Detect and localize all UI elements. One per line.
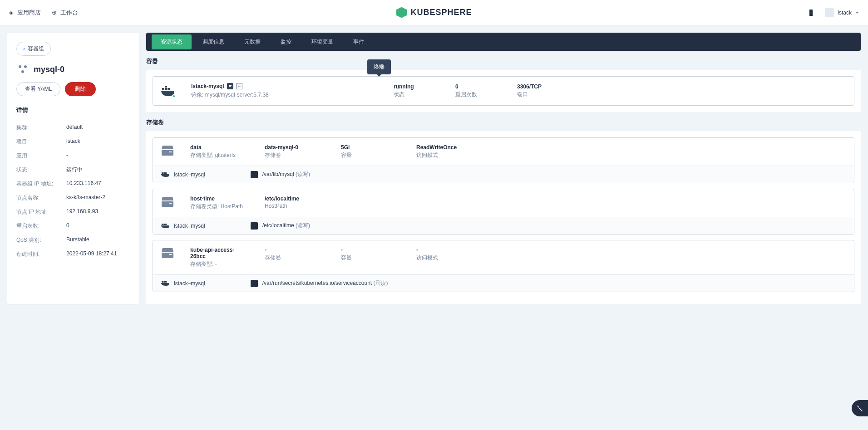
volume-name: kube-api-access-26bcc [190, 247, 248, 259]
tooltip: 终端 [367, 59, 391, 74]
docker-icon [161, 85, 175, 97]
detail-row: 创建时间:2022-05-09 18:27:41 [16, 247, 130, 261]
mode-label: 访问模式 [416, 151, 484, 159]
mount-path-row: /var/run/secrets/kubernetes.io/serviceac… [251, 279, 388, 287]
vol-size: 5Gi容量 [341, 144, 400, 159]
volume-card[interactable]: kube-api-access-26bcc 存储类型: - - 存储卷 -容量 … [153, 240, 854, 292]
detail-list: 集群:default项目:lstack应用:-状态:运行中容器组 IP 地址:1… [16, 121, 130, 261]
detail-label: 节点名称: [16, 194, 66, 202]
volume-name: data [190, 144, 248, 151]
tab-3[interactable]: 监控 [271, 34, 301, 49]
tab-2[interactable]: 元数据 [235, 34, 270, 49]
workspace-link[interactable]: ⊕ 工作台 [52, 9, 78, 17]
svg-rect-6 [165, 86, 167, 88]
mount-mode: (读写) [296, 171, 310, 177]
mount-mode: (读写) [296, 222, 310, 229]
back-button[interactable]: ‹ 容器组 [16, 42, 51, 56]
svg-point-1 [24, 65, 27, 68]
detail-label: 重启次数: [16, 222, 66, 230]
volumes-section: 存储卷 data 存储类型: glusterfs data-mysql-0 存储… [146, 118, 861, 304]
sidebar-panel: ‹ 容器组 mysql-0 查看 YAML 删除 详情 集群:default项目… [7, 33, 139, 304]
action-buttons: 查看 YAML 删除 [16, 82, 130, 96]
detail-row: 节点 IP 地址:192.168.9.93 [16, 205, 130, 219]
appstore-link[interactable]: ◈ 应用商店 [9, 9, 41, 17]
mount-path: /var/run/secrets/kubernetes.io/serviceac… [262, 279, 388, 287]
tab-5[interactable]: 事件 [344, 34, 373, 49]
pvc-value: - [265, 247, 325, 253]
workspace-icon: ⊕ [52, 9, 57, 16]
details-title: 详情 [16, 106, 130, 114]
detail-row: 节点名称:ks-k8s-master-2 [16, 191, 130, 205]
user-menu[interactable]: lstack [825, 8, 859, 17]
volume-card[interactable]: host-time 存储卷类型: HostPath /etc/localtime… [153, 189, 854, 235]
pvc-value: data-mysql-0 [265, 144, 325, 151]
detail-value: 0 [66, 222, 69, 230]
volume-type: 存储类型: - [190, 260, 248, 268]
svg-point-0 [19, 65, 21, 68]
delete-button[interactable]: 删除 [65, 82, 96, 96]
container-card[interactable]: 终端 lstack-mysql 镜像: mysql/mysq [153, 76, 854, 106]
whale-icon [161, 223, 169, 229]
pod-title: mysql-0 [16, 63, 130, 76]
volume-icon [161, 144, 174, 157]
back-label: 容器组 [28, 45, 44, 53]
ports-label: 端口 [517, 91, 562, 98]
pvc-label: HostPath [265, 203, 325, 209]
svg-rect-15 [162, 224, 163, 225]
ports-value: 3306/TCP [517, 83, 562, 90]
size-value: 5Gi [341, 144, 400, 151]
mount-container-name: lstack–mysql [174, 280, 205, 287]
detail-label: 状态: [16, 166, 66, 174]
tabs: 资源状态调度信息元数据监控环境变量事件 [146, 33, 861, 51]
volume-header: host-time 存储卷类型: HostPath /etc/localtime… [153, 189, 854, 217]
username: lstack [838, 10, 852, 16]
mount-mode: (只读) [373, 280, 388, 286]
detail-label: 节点 IP 地址: [16, 208, 66, 216]
tab-4[interactable]: 环境变量 [302, 34, 342, 49]
detail-value: - [66, 152, 68, 160]
status-value: running [394, 83, 439, 90]
logo[interactable]: KUBESPHERE [396, 7, 472, 18]
volumes-section-title: 存储卷 [146, 118, 861, 127]
vol-mode: -访问模式 [416, 247, 484, 262]
volume-type: 存储卷类型: HostPath [190, 203, 248, 210]
view-yaml-button[interactable]: 查看 YAML [16, 82, 60, 96]
terminal-icon[interactable] [236, 83, 242, 89]
detail-value: ks-k8s-master-2 [66, 194, 105, 202]
svg-rect-7 [229, 85, 232, 86]
detail-row: 重启次数:0 [16, 219, 130, 233]
svg-point-2 [21, 70, 24, 73]
volume-card[interactable]: data 存储类型: glusterfs data-mysql-0 存储卷 5G… [153, 137, 854, 183]
mount-icon [251, 171, 258, 178]
mount-path: /etc/localtime (读写) [262, 222, 310, 230]
tab-0[interactable]: 资源状态 [152, 34, 192, 49]
detail-row: QoS 类别:Burstable [16, 233, 130, 247]
pvc-label: 存储卷 [265, 254, 325, 262]
appstore-icon: ◈ [9, 9, 14, 16]
pvc-label: 存储卷 [265, 151, 325, 159]
image-info: 镜像: mysql/mysql-server:5.7.38 [191, 91, 377, 99]
svg-rect-4 [165, 88, 167, 90]
image-value: mysql/mysql-server:5.7.38 [205, 92, 269, 98]
svg-rect-17 [165, 224, 167, 225]
global-header: ◈ 应用商店 ⊕ 工作台 KUBESPHERE lstack [0, 0, 868, 25]
vol-pvc: data-mysql-0 存储卷 [265, 144, 325, 159]
mode-value: - [416, 247, 484, 253]
detail-value: default [66, 124, 83, 132]
svg-rect-13 [165, 172, 167, 174]
detail-value: 192.168.9.93 [66, 208, 98, 216]
vol-mode: ReadWriteOnce访问模式 [416, 144, 484, 159]
svg-rect-9 [239, 87, 241, 87]
detail-value: 运行中 [66, 166, 83, 174]
volume-header: data 存储类型: glusterfs data-mysql-0 存储卷 5G… [153, 138, 854, 166]
mount-path-row: /var/lib/mysql (读写) [251, 171, 310, 178]
size-value: - [341, 247, 400, 253]
mode-value: ReadWriteOnce [416, 144, 484, 151]
tab-1[interactable]: 调度信息 [193, 34, 233, 49]
notification-icon[interactable] [809, 10, 816, 16]
status-dot-icon [172, 94, 176, 98]
volume-name: host-time [190, 195, 248, 202]
volume-icon [161, 195, 174, 208]
log-icon[interactable] [227, 83, 233, 89]
pvc-value: /etc/localtime [265, 195, 325, 202]
